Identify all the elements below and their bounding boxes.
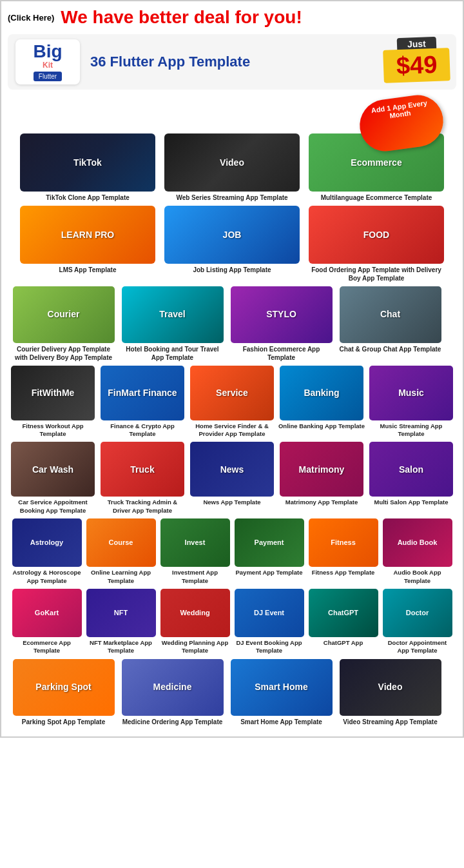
- list-item[interactable]: Service Home Service Finder & & Provider…: [188, 366, 276, 439]
- app-label: Video Streaming App Template: [343, 718, 438, 726]
- list-item[interactable]: Audio Book Audio Book App Template: [382, 518, 454, 585]
- list-item[interactable]: News News App Template: [188, 442, 276, 515]
- list-item[interactable]: Music Music Streaming App Template: [367, 366, 455, 439]
- list-item[interactable]: Smart Home Smart Home App Template: [228, 659, 334, 726]
- app-label: Investment App Template: [159, 569, 231, 585]
- list-item[interactable]: Parking Spot Parking Spot App Template: [10, 659, 117, 726]
- list-item[interactable]: Wedding Wedding Planning App Template: [159, 589, 231, 655]
- list-item[interactable]: ChatGPT ChatGPT App: [307, 589, 380, 655]
- row6: Astrology Astrology & Horoscope App Temp…: [8, 518, 456, 585]
- app-thumb-music: Music: [369, 366, 453, 420]
- list-item[interactable]: Matrimony Matrimony App Template: [278, 442, 365, 515]
- app-label: Finance & Crypto App Template: [99, 422, 186, 439]
- app-label: Parking Spot App Template: [22, 718, 105, 726]
- app-label: Home Service Finder & & Provider App Tem…: [188, 422, 276, 439]
- app-thumb-gokart: GoKart: [12, 589, 82, 637]
- app-label: Multilanguage Ecommerce Template: [321, 193, 432, 202]
- list-item[interactable]: NFT NFT Marketplace App Template: [85, 589, 157, 655]
- list-item[interactable]: GoKart Ecommerce App Template: [11, 589, 83, 655]
- list-item[interactable]: Fitness Fitness App Template: [307, 518, 380, 585]
- app-label: NFT Marketplace App Template: [85, 639, 157, 655]
- app-label: Online Banking App Template: [278, 422, 365, 430]
- app-thumb-medicine: Medicine: [122, 659, 224, 716]
- app-thumb-parking: Parking Spot: [13, 659, 115, 716]
- list-item[interactable]: Video Video Streaming App Template: [337, 659, 443, 726]
- list-item[interactable]: Banking Online Banking App Template: [278, 366, 365, 439]
- list-item[interactable]: Course Online Learning App Template: [85, 518, 157, 585]
- app-thumb-payment: Payment: [235, 518, 304, 567]
- list-item[interactable]: TikTok TikTok Clone App Template: [17, 133, 159, 202]
- list-item[interactable]: Chat Chat & Group Chat App Template: [337, 286, 443, 362]
- list-item[interactable]: FOOD Food Ordering App Template with Del…: [305, 206, 447, 282]
- list-item[interactable]: Astrology Astrology & Horoscope App Temp…: [11, 518, 83, 585]
- list-item[interactable]: JOB Job Listing App Template: [161, 206, 303, 282]
- app-label: TikTok Clone App Template: [46, 193, 130, 202]
- list-item[interactable]: Doctor Doctor Appointment App Template: [382, 589, 454, 655]
- app-thumb-chatgpt: ChatGPT: [309, 589, 378, 637]
- list-item[interactable]: FinMart Finance Finance & Crypto App Tem…: [99, 366, 186, 439]
- list-item[interactable]: Salon Multi Salon App Template: [367, 442, 455, 515]
- app-thumb-investment: Invest: [160, 518, 230, 567]
- main-container: (Click Here) We have better deal for you…: [0, 0, 464, 738]
- price-badge: Just $49: [383, 37, 450, 82]
- app-label: Music Streaming App Template: [367, 422, 455, 439]
- list-item[interactable]: Truck Truck Tracking Admin & Driver App …: [99, 442, 186, 515]
- app-thumb-news: News: [190, 442, 274, 497]
- app-thumb-videostream: Video: [340, 659, 441, 716]
- row2: LEARN PRO LMS App Template JOB Job Listi…: [8, 206, 456, 282]
- app-thumb-smarthome: Smart Home: [231, 659, 333, 716]
- list-item[interactable]: Invest Investment App Template: [159, 518, 231, 585]
- app-thumb-service: Service: [190, 366, 274, 420]
- app-label: News App Template: [203, 498, 260, 506]
- app-label: Wedding Planning App Template: [159, 639, 231, 655]
- app-thumb-fitness2: Fitness: [309, 518, 378, 567]
- app-thumb-carwash: Car Wash: [11, 442, 95, 497]
- app-label: Fashion Ecommerce App Template: [228, 345, 334, 362]
- list-item[interactable]: Travel Hotel Booking and Tour Travel App…: [119, 286, 226, 362]
- list-item[interactable]: Courier Courier Delivery App Template wi…: [10, 286, 117, 362]
- bigkit-big: Big: [33, 43, 62, 61]
- app-thumb-fashion: STYLO: [231, 286, 333, 343]
- app-thumb-doctor: Doctor: [383, 589, 452, 637]
- app-thumb-djevent: DJ Event: [235, 589, 304, 637]
- bigkit-logo: Big Kit Flutter: [15, 39, 80, 84]
- app-label: Courier Delivery App Template with Deliv…: [10, 345, 117, 362]
- app-label: Chat & Group Chat App Template: [340, 345, 441, 353]
- list-item[interactable]: Medicine Medicine Ordering App Template: [119, 659, 226, 726]
- app-thumb-learning: Course: [86, 518, 156, 567]
- app-thumb-fitness: FitWithMe: [11, 366, 95, 420]
- row5: Car Wash Car Service Appoitment Booking …: [8, 442, 456, 515]
- app-label: Smart Home App Template: [240, 718, 322, 726]
- app-label: Astrology & Horoscope App Template: [11, 569, 83, 585]
- app-thumb-salon: Salon: [369, 442, 453, 497]
- app-thumb-nft: NFT: [86, 589, 156, 637]
- app-label: LMS App Template: [59, 266, 117, 274]
- list-item[interactable]: FitWithMe Fitness Workout App Template: [9, 366, 97, 439]
- row4: FitWithMe Fitness Workout App Template F…: [8, 366, 456, 439]
- app-label: Ecommerce App Template: [11, 639, 83, 655]
- list-item[interactable]: DJ Event DJ Event Booking App Template: [233, 589, 305, 655]
- app-thumb-food: FOOD: [309, 206, 444, 264]
- bigkit-flutter: Flutter: [34, 72, 62, 81]
- header-row: (Click Here) We have better deal for you…: [8, 8, 456, 28]
- bigkit-kit: Kit: [43, 61, 53, 70]
- row8: Parking Spot Parking Spot App Template M…: [8, 659, 456, 726]
- app-thumb-matrimony: Matrimony: [280, 442, 363, 497]
- app-label: Fitness Workout App Template: [9, 422, 97, 439]
- click-here-label[interactable]: (Click Here): [8, 13, 54, 23]
- app-label: Job Listing App Template: [193, 266, 271, 274]
- app-label: Audio Book App Template: [382, 569, 454, 585]
- app-thumb-hotel: Travel: [122, 286, 224, 343]
- list-item[interactable]: Video Web Series Streaming App Template: [161, 133, 303, 202]
- list-item[interactable]: STYLO Fashion Ecommerce App Template: [228, 286, 334, 362]
- app-label: Hotel Booking and Tour Travel App Templa…: [119, 345, 226, 362]
- list-item[interactable]: Car Wash Car Service Appoitment Booking …: [9, 442, 97, 515]
- app-thumb-chat: Chat: [340, 286, 441, 343]
- app-label: Online Learning App Template: [85, 569, 157, 585]
- app-label: Fitness App Template: [312, 569, 375, 577]
- app-thumb-lms: LEARN PRO: [20, 206, 155, 264]
- app-thumb-astrology: Astrology: [12, 518, 82, 567]
- list-item[interactable]: LEARN PRO LMS App Template: [17, 206, 159, 282]
- list-item[interactable]: Payment Payment App Template: [233, 518, 305, 585]
- app-thumb-finance: FinMart Finance: [101, 366, 184, 420]
